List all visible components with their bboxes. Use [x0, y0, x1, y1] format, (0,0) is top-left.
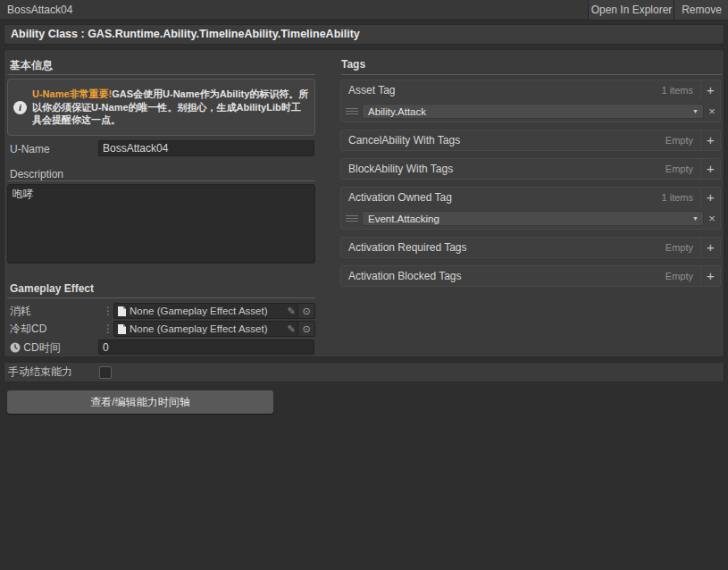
add-tag-button[interactable]: + [700, 159, 720, 179]
tag-group-header: Asset Tag 1 items + [341, 80, 720, 100]
remove-button[interactable]: Remove [674, 0, 728, 20]
tag-group-label: Activation Required Tags [341, 241, 467, 254]
add-tag-button[interactable]: + [700, 188, 720, 207]
tag-group-block-ability: BlockAbility With Tags Empty + [340, 158, 721, 180]
tag-group-count: 1 items [662, 192, 700, 203]
tag-dropdown[interactable]: Ability.Attack ▼ [362, 104, 704, 119]
manual-end-label: 手动结束能力 [8, 363, 72, 381]
tag-item-row: Ability.Attack ▼ × [341, 100, 720, 122]
manual-end-row: 手动结束能力 [4, 362, 724, 382]
info-icon: i [13, 101, 27, 114]
tag-group-activation-owned: Activation Owned Tag 1 items + Event.Att… [340, 187, 721, 230]
add-tag-button[interactable]: + [700, 130, 720, 150]
ability-class-text: Ability Class : GAS.Runtime.Ability.Time… [4, 25, 724, 44]
asset-document-icon [118, 306, 126, 316]
cost-drag-handle-icon[interactable]: ⋮ [103, 303, 113, 319]
tag-group-label: Activation Blocked Tags [341, 270, 462, 282]
basic-info-title: 基本信息 [10, 58, 53, 73]
tag-group-count: 1 items [662, 85, 700, 96]
ability-class-bar: Ability Class : GAS.Runtime.Ability.Time… [4, 24, 724, 45]
tag-group-header: Activation Owned Tag 1 items + [341, 188, 720, 207]
tag-group-header: CancelAbility With Tags Empty + [341, 130, 720, 150]
chevron-down-icon: ▼ [692, 108, 703, 114]
tags-rule [341, 74, 722, 75]
tag-group-asset-tag: Asset Tag 1 items + Ability.Attack ▼ × [340, 80, 721, 122]
cd-time-label: CD时间 [23, 341, 60, 354]
edit-timeline-button[interactable]: 查看/编辑能力时间轴 [7, 390, 273, 414]
add-tag-button[interactable]: + [700, 80, 720, 100]
tag-group-count: Empty [665, 135, 700, 146]
cooldown-object-picker-icon[interactable]: ⊙ [297, 322, 314, 336]
chevron-down-icon: ▼ [692, 215, 703, 222]
cooldown-edit-icon[interactable]: ✎ [285, 323, 297, 335]
tag-group-activation-blocked: Activation Blocked Tags Empty + [340, 265, 721, 287]
drag-handle-icon[interactable] [346, 215, 358, 222]
tag-item-row: Event.Attacking ▼ × [341, 207, 720, 230]
cost-object-value: None (Gameplay Effect Asset) [130, 306, 285, 316]
cooldown-label: 冷却CD [10, 321, 46, 337]
tag-dropdown-value: Ability.Attack [363, 106, 426, 117]
tag-group-count: Empty [665, 163, 700, 174]
clock-icon [10, 342, 21, 353]
tag-group-label: CancelAbility With Tags [341, 134, 460, 147]
remove-tag-icon[interactable]: × [704, 212, 720, 225]
tag-group-cancel-ability: CancelAbility With Tags Empty + [340, 130, 721, 151]
tag-group-activation-required: Activation Required Tags Empty + [340, 237, 721, 258]
uname-notice-box: i U-Name非常重要!GAS会使用U-Name作为Ability的标识符。所… [7, 79, 315, 136]
uname-notice-text: U-Name非常重要!GAS会使用U-Name作为Ability的标识符。所以你… [30, 85, 314, 130]
notice-highlight: U-Name非常重要! [32, 88, 112, 99]
tag-group-count: Empty [665, 271, 700, 281]
remove-tag-icon[interactable]: × [704, 105, 720, 118]
tag-group-header: Activation Blocked Tags Empty + [341, 266, 720, 286]
tag-dropdown[interactable]: Event.Attacking ▼ [362, 211, 704, 226]
main-panel: 基本信息 i U-Name非常重要!GAS会使用U-Name作为Ability的… [4, 49, 724, 357]
add-tag-button[interactable]: + [700, 266, 720, 286]
description-rule [7, 180, 315, 181]
cooldown-object-value: None (Gameplay Effect Asset) [130, 323, 285, 334]
basic-info-rule [7, 74, 315, 75]
asset-title: BossAttack04 [7, 0, 72, 20]
uname-input[interactable]: BossAttack04 [98, 140, 314, 156]
tags-title: Tags [341, 58, 365, 71]
description-textarea[interactable]: 咆哮 [7, 184, 315, 264]
cooldown-drag-handle-icon[interactable]: ⋮ [103, 321, 113, 337]
cost-edit-icon[interactable]: ✎ [285, 306, 297, 317]
asset-document-icon [118, 324, 126, 334]
tag-group-header: Activation Required Tags Empty + [341, 238, 720, 257]
gameplay-effect-title: Gameplay Effect [10, 282, 94, 295]
cooldown-object-field[interactable]: None (Gameplay Effect Asset) ✎ ⊙ [113, 321, 315, 337]
tag-group-label: Asset Tag [341, 84, 395, 96]
uname-label: U-Name [10, 141, 50, 157]
tag-group-header: BlockAbility With Tags Empty + [341, 159, 720, 179]
cost-object-picker-icon[interactable]: ⊙ [297, 304, 314, 318]
gameplay-effect-rule [7, 298, 315, 298]
manual-end-checkbox[interactable] [99, 366, 112, 379]
cost-object-field[interactable]: None (Gameplay Effect Asset) ✎ ⊙ [113, 303, 315, 319]
add-tag-button[interactable]: + [700, 238, 720, 257]
cd-time-row: CD时间 [10, 339, 61, 356]
inspector-window: BossAttack04 Open In Explorer Remove Abi… [0, 0, 728, 570]
tag-group-count: Empty [665, 242, 700, 253]
tag-dropdown-value: Event.Attacking [363, 214, 439, 224]
cost-label: 消耗 [10, 303, 31, 319]
tag-group-label: BlockAbility With Tags [341, 163, 453, 175]
cd-time-input[interactable]: 0 [98, 339, 314, 355]
drag-handle-icon[interactable] [346, 108, 358, 114]
open-in-explorer-button[interactable]: Open In Explorer [588, 0, 674, 20]
title-bar: BossAttack04 Open In Explorer Remove [0, 0, 728, 21]
tag-group-label: Activation Owned Tag [341, 191, 452, 204]
